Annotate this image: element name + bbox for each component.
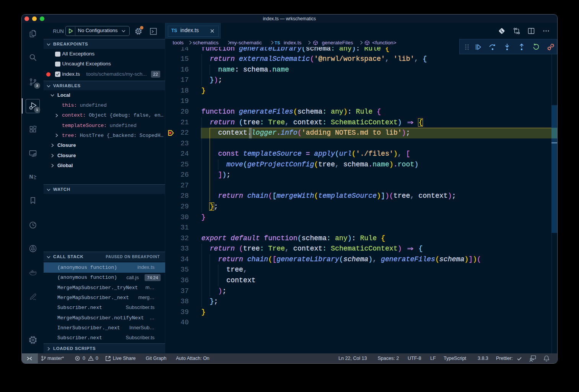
svg-text:N: N — [29, 174, 33, 180]
